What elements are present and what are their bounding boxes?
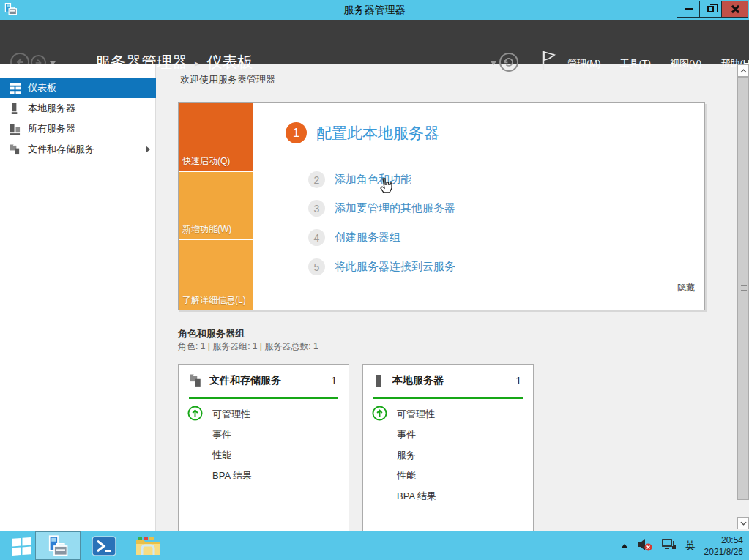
taskbar-file-explorer-button[interactable] — [130, 531, 165, 560]
taskbar-server-manager-button[interactable] — [35, 531, 81, 560]
card-count-badge: 1 — [515, 375, 521, 387]
window-title: 服务器管理器 — [0, 4, 749, 17]
sidebar-item-label: 仪表板 — [28, 81, 56, 94]
sidebar-item-dashboard[interactable]: 仪表板 — [0, 78, 156, 98]
step-connect-cloud-services[interactable]: 5 将此服务器连接到云服务 — [308, 258, 455, 275]
server-manager-icon — [47, 535, 69, 557]
volume-muted-icon[interactable] — [637, 537, 653, 555]
tile-quick-start[interactable]: 快速启动(Q) — [179, 103, 253, 171]
scroll-up-button[interactable] — [737, 64, 749, 77]
ime-indicator[interactable]: 英 — [685, 540, 696, 553]
app-header: 服务器管理器 ▸ 仪表板 管理(M) 工具(T) 视图(V) 帮助(H) — [0, 20, 749, 64]
menu-manage[interactable]: 管理(M) — [567, 57, 601, 70]
quickstart-panel: 快速启动(Q) 新增功能(W) 了解详细信息(L) 1 配置此本地服务器 2 添… — [178, 102, 705, 310]
card-row-bpa-results[interactable]: BPA 结果 — [212, 469, 252, 482]
step-add-other-servers[interactable]: 3 添加要管理的其他服务器 — [308, 200, 455, 217]
card-row-manageability[interactable]: 可管理性 — [397, 408, 435, 421]
card-title[interactable]: 文件和存储服务 — [209, 374, 324, 387]
card-local-server: 本地服务器 1 可管理性 事件 服务 性能 BPA 结果 — [362, 364, 534, 534]
welcome-heading: 欢迎使用服务器管理器 — [180, 73, 275, 86]
scrollbar-thumb[interactable] — [737, 77, 749, 500]
sidebar-item-all-servers[interactable]: 所有服务器 — [0, 119, 156, 139]
close-icon — [731, 5, 739, 13]
menu-bar: 管理(M) 工具(T) 视图(V) 帮助(H) — [567, 57, 749, 70]
step-link[interactable]: 配置此本地服务器 — [316, 123, 439, 143]
dashboard-grid-icon — [10, 83, 21, 94]
sidebar-item-local-server[interactable]: 本地服务器 — [0, 98, 156, 119]
card-row-events[interactable]: 事件 — [397, 428, 416, 441]
sidebar-item-label: 文件和存储服务 — [28, 143, 94, 156]
clock-time: 20:54 — [704, 534, 743, 546]
header-divider — [529, 53, 529, 72]
powershell-icon — [92, 536, 116, 556]
restore-button[interactable] — [699, 1, 722, 18]
card-row-events[interactable]: 事件 — [212, 428, 231, 441]
taskbar: 英 20:54 2021/8/26 — [0, 531, 749, 560]
refresh-button[interactable] — [499, 53, 518, 72]
breadcrumb-current[interactable]: 仪表板 — [207, 52, 253, 72]
all-servers-icon — [10, 124, 21, 135]
scroll-down-button[interactable] — [737, 517, 749, 529]
tile-label: 了解详细信息(L) — [182, 294, 246, 307]
scrollbar-grip-icon — [741, 285, 747, 292]
step-number-badge: 3 — [308, 200, 325, 217]
tile-label: 快速启动(Q) — [182, 155, 230, 168]
card-row-performance[interactable]: 性能 — [397, 469, 416, 482]
step-link[interactable]: 添加角色和功能 — [335, 173, 411, 187]
system-tray: 英 20:54 2021/8/26 — [621, 531, 743, 560]
card-row-services[interactable]: 服务 — [397, 449, 416, 462]
close-button[interactable] — [721, 1, 748, 18]
expand-chevron-icon[interactable] — [146, 146, 150, 153]
notifications-flag-button[interactable] — [540, 50, 556, 75]
minimize-button[interactable] — [677, 1, 700, 18]
local-server-icon — [10, 103, 21, 114]
card-row-bpa-results[interactable]: BPA 结果 — [397, 490, 436, 503]
sidebar: 仪表板 本地服务器 所有服务器 文件和存储服务 — [0, 64, 156, 531]
minimize-icon — [685, 8, 693, 10]
tile-learn-more[interactable]: 了解详细信息(L) — [179, 240, 253, 310]
card-status-rule — [373, 397, 523, 399]
windows-logo-icon — [12, 536, 31, 556]
card-row-manageability[interactable]: 可管理性 — [212, 408, 250, 421]
chevron-up-icon — [740, 69, 747, 73]
roles-section-summary: 角色: 1 | 服务器组: 1 | 服务器总数: 1 — [178, 340, 318, 353]
manageability-status-icon — [187, 406, 203, 424]
network-icon[interactable] — [662, 538, 677, 554]
tile-whats-new[interactable]: 新增功能(W) — [179, 172, 253, 239]
refresh-dropdown-caret-icon[interactable] — [491, 61, 496, 65]
refresh-icon — [503, 56, 515, 68]
step-add-roles-features[interactable]: 2 添加角色和功能 — [308, 171, 411, 188]
step-number-badge: 1 — [286, 122, 307, 143]
sidebar-item-file-storage-services[interactable]: 文件和存储服务 — [0, 139, 156, 160]
step-number-badge: 2 — [308, 171, 325, 188]
server-manager-window: 服务器管理器 服务器管理器 ▸ 仪表板 — [0, 0, 749, 560]
card-row-performance[interactable]: 性能 — [212, 449, 231, 462]
card-header[interactable]: 本地服务器 1 — [363, 365, 533, 397]
tray-expand-icon[interactable] — [621, 544, 628, 548]
clock[interactable]: 20:54 2021/8/26 — [704, 534, 743, 558]
step-link[interactable]: 将此服务器连接到云服务 — [335, 260, 455, 274]
title-bar: 服务器管理器 — [0, 0, 749, 20]
tile-label: 新增功能(W) — [182, 223, 231, 236]
flag-icon — [540, 50, 556, 72]
card-status-rule — [189, 397, 338, 399]
card-header[interactable]: 文件和存储服务 1 — [179, 365, 349, 397]
card-title[interactable]: 本地服务器 — [392, 374, 508, 387]
start-button[interactable] — [7, 531, 35, 560]
step-create-server-group[interactable]: 4 创建服务器组 — [308, 229, 400, 246]
clock-date: 2021/8/26 — [704, 546, 743, 558]
file-storage-icon — [189, 374, 202, 387]
step-configure-local-server[interactable]: 1 配置此本地服务器 — [286, 122, 439, 143]
menu-view[interactable]: 视图(V) — [670, 57, 701, 70]
step-link[interactable]: 创建服务器组 — [335, 231, 400, 244]
breadcrumb-separator-icon: ▸ — [195, 56, 200, 69]
card-count-badge: 1 — [331, 375, 337, 387]
chevron-down-icon — [740, 521, 747, 526]
step-number-badge: 5 — [308, 258, 325, 275]
card-file-storage-services: 文件和存储服务 1 可管理性 事件 性能 BPA 结果 — [178, 364, 349, 534]
restore-icon — [707, 6, 714, 12]
taskbar-powershell-button[interactable] — [86, 531, 122, 560]
hide-link[interactable]: 隐藏 — [677, 282, 695, 294]
step-link[interactable]: 添加要管理的其他服务器 — [335, 201, 455, 215]
menu-tools[interactable]: 工具(T) — [620, 57, 652, 70]
